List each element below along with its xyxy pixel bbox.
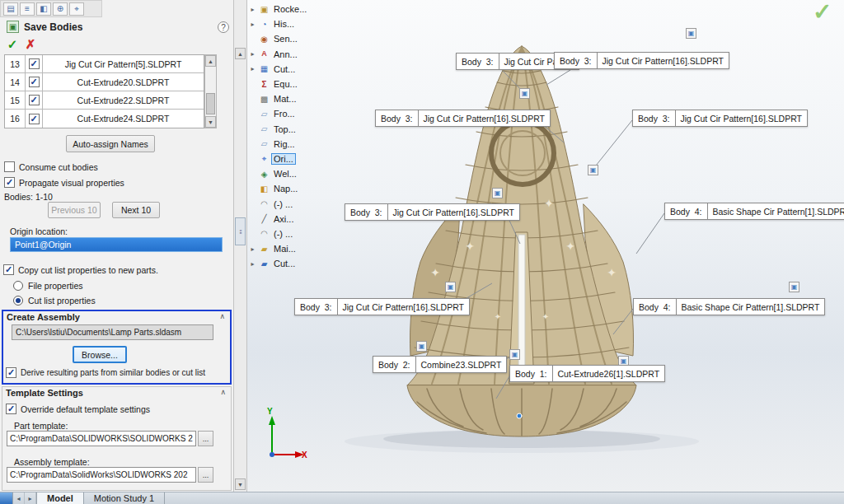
document-tab-icon[interactable]: ▤ [3, 2, 18, 16]
tree-item-history[interactable]: ▸◔His... [249, 16, 328, 31]
radio[interactable] [13, 281, 23, 291]
expand-arrow-icon[interactable]: ▸ [249, 6, 256, 13]
expand-arrow-icon[interactable]: ▸ [249, 65, 256, 72]
body-marker-icon[interactable]: ▣ [686, 28, 696, 39]
feature-tree-tab-icon[interactable]: ≡ [20, 2, 35, 16]
body-callout[interactable]: Body 3: Jig Cut Cir Pattern[16].SLDPRT [632, 110, 808, 127]
expand-arrow-icon[interactable]: ▸ [249, 245, 256, 253]
checkbox[interactable]: ✓ [4, 177, 15, 188]
next-10-button[interactable]: Next 10 [112, 202, 160, 218]
checkbox[interactable]: ✓ [6, 367, 16, 378]
override-template-option[interactable]: ✓ Override default template settings [6, 404, 150, 414]
derive-parts-option[interactable]: ✓ Derive resulting parts from similar bo… [6, 367, 205, 378]
collapse-chevron-icon[interactable]: ∧ [220, 388, 226, 396]
tree-item-top-plane[interactable]: ▱Top... [249, 122, 328, 137]
tree-item-sketch[interactable]: ◠(-) ... [249, 226, 328, 241]
tree-item-sketch[interactable]: ◠(-) ... [249, 196, 328, 211]
panel-scrollbar[interactable]: ▲ ⁞⁞ ▼ [234, 0, 247, 492]
tree-item-front-plane[interactable]: ▱Fro... [249, 106, 328, 121]
tab-model[interactable]: Model [36, 492, 84, 504]
panel-scroll-up-icon[interactable]: ▲ [235, 48, 246, 59]
cutlist-properties-radio[interactable]: Cut list properties [13, 296, 96, 306]
tree-item-cutlist[interactable]: ▸▦Cut... [249, 62, 328, 77]
body-marker-icon[interactable]: ▣ [789, 282, 799, 292]
radio[interactable] [13, 296, 23, 306]
tree-item-root[interactable]: ▸▣Rocke... [249, 2, 328, 16]
tree-item-sensors[interactable]: ◉Sen... [249, 31, 328, 46]
expand-arrow-icon[interactable]: ▸ [249, 260, 256, 268]
part-template-field[interactable]: C:\ProgramData\SOLIDWORKS\SOLIDWORKS 2 [7, 431, 196, 446]
body-marker-icon[interactable]: ▣ [509, 349, 520, 360]
pane-splitter-button[interactable] [0, 492, 13, 504]
scroll-up-icon[interactable]: ▲ [205, 55, 216, 67]
tree-item-axis[interactable]: ╱Axi... [249, 212, 328, 226]
tree-item-material[interactable]: ▩Mat... [249, 91, 328, 106]
body-marker-icon[interactable]: ▣ [416, 341, 427, 352]
tree-item-equations[interactable]: ΣEqu... [249, 77, 328, 91]
tree-item-folder[interactable]: ▸▰Cut... [249, 256, 328, 271]
body-callout[interactable]: Body 3: Jig Cut Cir Pattern[16].SLDPRT [345, 203, 520, 221]
body-callout[interactable]: Body 3: Jig Cut Cir Pattern[16].SLDPRT [554, 52, 729, 69]
assembly-path-field[interactable]: C:\Users\lstiu\Documents\Lamp Parts.slda… [12, 324, 213, 340]
tree-item-folder[interactable]: ▸▰Mai... [249, 241, 328, 256]
checkbox[interactable] [4, 161, 15, 172]
panel-scroll-down-icon[interactable]: ▼ [235, 478, 246, 490]
help-icon[interactable]: ? [218, 21, 229, 33]
table-scrollbar[interactable]: ▲ ▼ [204, 54, 217, 128]
tab-scroll-left-icon[interactable]: ◂ [13, 492, 25, 504]
body-callout[interactable]: Body 1: Cut-Extrude26[1].SLDPRT [509, 365, 665, 382]
body-callout[interactable]: Body 4: Basic Shape Cir Pattern[1].SLDPR… [664, 203, 844, 220]
display-tab-icon[interactable]: ◧ [36, 2, 51, 16]
body-marker-icon[interactable]: ▣ [492, 188, 503, 198]
row-filename[interactable]: Cut-Extrude24.SLDPRT [43, 110, 204, 128]
body-marker-icon[interactable]: ▣ [519, 88, 530, 99]
graphics-viewport[interactable]: ✦ ✦ ✦ ✦ ✦ ✦ ✦ ✦ [247, 0, 844, 492]
consume-cut-bodies-option[interactable]: Consume cut bodies [4, 161, 98, 172]
ok-button[interactable]: ✓ [5, 37, 20, 52]
row-checkbox[interactable]: ✓ [26, 110, 43, 128]
auto-assign-names-button[interactable]: Auto-assign Names [66, 135, 155, 152]
tree-item-weldment[interactable]: ◈Wel... [249, 166, 328, 181]
body-callout[interactable]: Body 3: Jig Cut Cir Pattern[16].SLDPRT [294, 298, 470, 315]
model-canvas[interactable]: ✦ ✦ ✦ ✦ ✦ ✦ ✦ ✦ [247, 0, 844, 492]
confirmation-check-icon[interactable]: ✓ [813, 0, 832, 26]
assembly-template-field[interactable]: C:\ProgramData\SolidWorks\SOLIDWORKS 202 [7, 467, 196, 483]
row-filename[interactable]: Cut-Extrude20.SLDPRT [43, 73, 204, 91]
tab-scroll-right-icon[interactable]: ▸ [25, 492, 36, 504]
table-row[interactable]: 14 ✓ Cut-Extrude20.SLDPRT [5, 73, 204, 91]
model-origin-point[interactable] [517, 413, 522, 418]
tree-item-feature[interactable]: ◧Nap... [249, 181, 328, 196]
scroll-down-icon[interactable]: ▼ [205, 116, 216, 128]
part-template-browse-button[interactable]: ... [198, 431, 213, 446]
tab-motion-study[interactable]: Motion Study 1 [84, 492, 165, 504]
table-row[interactable]: 16 ✓ Cut-Extrude24.SLDPRT [5, 110, 204, 128]
file-properties-radio[interactable]: File properties [13, 281, 83, 291]
copy-cutlist-option[interactable]: ✓ Copy cut list properties to new parts. [3, 264, 158, 275]
tree-item-right-plane[interactable]: ▱Rig... [249, 137, 328, 152]
collapse-chevron-icon[interactable]: ∧ [219, 312, 225, 320]
configuration-tab-icon[interactable]: ⊕ [53, 2, 68, 16]
checkbox[interactable]: ✓ [6, 404, 16, 414]
body-callout[interactable]: Body 3: Jig Cut Cir Pattern[16].SLDPRT [375, 110, 551, 127]
row-checkbox[interactable]: ✓ [26, 91, 43, 109]
previous-10-button[interactable]: Previous 10 [48, 202, 101, 218]
panel-splitter-handle[interactable]: ⁞⁞ [235, 217, 246, 245]
scroll-thumb[interactable] [206, 93, 215, 114]
dimxpert-tab-icon[interactable]: ⌖ [69, 2, 84, 16]
tree-item-origin[interactable]: ⌖Ori... [249, 152, 328, 166]
row-filename[interactable]: Jig Cut Cir Pattern[5].SLDPRT [43, 55, 204, 72]
row-checkbox[interactable]: ✓ [26, 73, 43, 91]
propagate-visual-option[interactable]: ✓ Propagate visual properties [4, 177, 124, 188]
cancel-button[interactable]: ✗ [23, 37, 38, 52]
body-marker-icon[interactable]: ▣ [445, 282, 456, 292]
row-filename[interactable]: Cut-Extrude22.SLDPRT [43, 91, 204, 109]
tree-item-annotations[interactable]: ▸AAnn... [249, 47, 328, 62]
body-marker-icon[interactable]: ▣ [588, 165, 598, 175]
checkbox[interactable]: ✓ [3, 264, 14, 275]
expand-arrow-icon[interactable]: ▸ [249, 21, 256, 28]
body-callout[interactable]: Body 4: Basic Shape Cir Pattern[1].SLDPR… [633, 298, 825, 315]
table-row[interactable]: 15 ✓ Cut-Extrude22.SLDPRT [5, 91, 204, 110]
expand-arrow-icon[interactable]: ▸ [249, 50, 256, 58]
assembly-template-browse-button[interactable]: ... [198, 467, 213, 483]
body-callout[interactable]: Body 2: Combine23.SLDPRT [373, 356, 507, 373]
